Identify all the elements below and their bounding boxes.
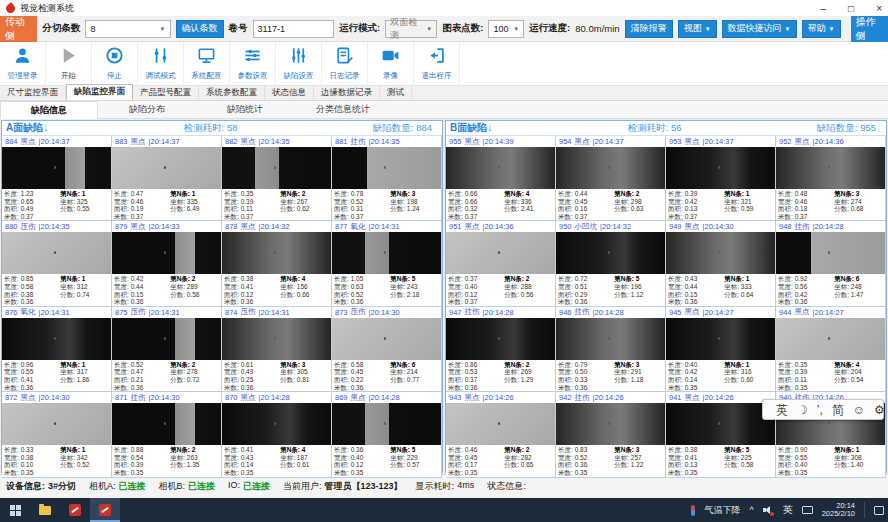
- defect-image[interactable]: [556, 232, 665, 274]
- defect-cell[interactable]: 872 黑点 |20:14:30 长度: 0.33 宽度: 0.38 面积: 0…: [2, 392, 112, 477]
- ribbon-sysconfig-button[interactable]: 系统配置: [184, 42, 230, 85]
- defect-cell[interactable]: 953 黑点 |20:14:37 长度: 0.39 宽度: 0.42 面积: 0…: [666, 136, 776, 221]
- defect-image[interactable]: [222, 403, 331, 445]
- defect-cell[interactable]: 874 压伤 |20:14:31 长度: 0.61 宽度: 0.49 面积: 0…: [222, 307, 332, 392]
- defect-image[interactable]: [556, 318, 665, 360]
- tab-test[interactable]: 测试: [380, 86, 412, 100]
- drive-side-button[interactable]: 传动侧: [0, 16, 37, 42]
- defect-cell[interactable]: 870 黑点 |20:14:28 长度: 0.41 宽度: 0.43 面积: 0…: [222, 392, 332, 477]
- tab-system-params[interactable]: 系统参数配置: [199, 86, 265, 100]
- close-button[interactable]: ×: [876, 3, 882, 14]
- tab-size-monitor[interactable]: 尺寸监控界面: [0, 86, 66, 100]
- defect-cell[interactable]: 946 挂伤 |20:14:28 长度: 0.79 宽度: 0.50 面积: 0…: [556, 307, 666, 392]
- language-indicator[interactable]: 英: [783, 503, 793, 517]
- defect-image[interactable]: [446, 318, 555, 360]
- defect-cell[interactable]: 882 黑点 |20:14:35 长度: 0.35 宽度: 0.39 面积: 0…: [222, 136, 332, 221]
- data-access-menu-button[interactable]: 数据快捷访问▼: [722, 20, 797, 38]
- tab-product-config[interactable]: 产品型号配置: [133, 86, 199, 100]
- defect-image[interactable]: [446, 403, 555, 445]
- ribbon-defectset-button[interactable]: 缺陷设置: [276, 42, 322, 85]
- taskbar-app-button[interactable]: [60, 498, 90, 522]
- confirm-count-button[interactable]: 确认条数: [176, 20, 224, 38]
- help-menu-button[interactable]: 帮助▼: [802, 20, 841, 38]
- defect-image[interactable]: [332, 147, 441, 189]
- clock[interactable]: 20:14 2025/2/10: [822, 502, 855, 519]
- view-menu-button[interactable]: 视图▼: [678, 20, 717, 38]
- defect-image[interactable]: [666, 318, 775, 360]
- defect-image[interactable]: [556, 147, 665, 189]
- minimize-button[interactable]: –: [821, 3, 827, 14]
- slit-count-select[interactable]: 8▼: [85, 20, 170, 38]
- ime-moon-icon[interactable]: ☽: [797, 404, 808, 416]
- defect-image[interactable]: [2, 232, 111, 274]
- defect-cell[interactable]: 948 挂伤 |20:14:28 长度: 0.92 宽度: 0.56 面积: 0…: [776, 221, 886, 306]
- defect-cell[interactable]: 954 黑点 |20:14:37 长度: 0.44 宽度: 0.45 面积: 0…: [556, 136, 666, 221]
- defect-image[interactable]: [666, 403, 775, 445]
- action-center-icon[interactable]: [874, 506, 884, 515]
- defect-cell[interactable]: 873 压伤 |20:14:30 长度: 0.58 宽度: 0.45 面积: 0…: [332, 307, 442, 392]
- defect-cell[interactable]: 879 黑点 |20:14:33 长度: 0.42 宽度: 0.44 面积: 0…: [112, 221, 222, 306]
- defect-cell[interactable]: 949 黑点 |20:14:30 长度: 0.43 宽度: 0.44 面积: 0…: [666, 221, 776, 306]
- tab-edge-record[interactable]: 边缘数据记录: [314, 86, 380, 100]
- ribbon-params-button[interactable]: 参数设置: [230, 42, 276, 85]
- defect-image[interactable]: [222, 318, 331, 360]
- chart-points-select[interactable]: 100▼: [488, 20, 524, 38]
- defect-image[interactable]: [112, 232, 221, 274]
- ribbon-log-button[interactable]: 日志记录: [322, 42, 368, 85]
- roll-number-input[interactable]: 3117-1: [253, 20, 334, 38]
- defect-cell[interactable]: 945 黑点 |20:14:27 长度: 0.40 宽度: 0.42 面积: 0…: [666, 307, 776, 392]
- defect-image[interactable]: [776, 147, 885, 189]
- defect-cell[interactable]: 950 小凹坑 |20:14:32 长度: 0.72 宽度: 0.51 面积: …: [556, 221, 666, 306]
- defect-cell[interactable]: 877 氧化 |20:14:31 长度: 1.05 宽度: 0.63 面积: 0…: [332, 221, 442, 306]
- ribbon-debug-button[interactable]: 调试模式: [138, 42, 184, 85]
- ime-simplified-mode[interactable]: 简: [832, 404, 844, 416]
- defect-image[interactable]: [2, 403, 111, 445]
- defect-cell[interactable]: 951 黑点 |20:14:36 长度: 0.37 宽度: 0.40 面积: 0…: [446, 221, 556, 306]
- ime-punctuation-icon[interactable]: ’,: [817, 404, 823, 416]
- ime-smiley-icon[interactable]: ☺: [853, 404, 865, 416]
- defect-image[interactable]: [2, 318, 111, 360]
- tab-status-info[interactable]: 状态信息: [265, 86, 314, 100]
- tray-chevron-icon[interactable]: ^: [749, 505, 753, 515]
- ribbon-exit-button[interactable]: 退出程序: [414, 42, 460, 85]
- defect-cell[interactable]: 875 压伤 |20:14:31 长度: 0.52 宽度: 0.47 面积: 0…: [112, 307, 222, 392]
- subtab-defect-dist[interactable]: 缺陷分布: [98, 101, 196, 118]
- defect-image[interactable]: [556, 403, 665, 445]
- subtab-defect-stats[interactable]: 缺陷统计: [196, 101, 294, 118]
- keyboard-icon[interactable]: [802, 506, 813, 514]
- defect-cell[interactable]: 883 黑点 |20:14:37 长度: 0.47 宽度: 0.46 面积: 0…: [112, 136, 222, 221]
- defect-image[interactable]: [332, 232, 441, 274]
- ribbon-login-button[interactable]: 管理登录: [0, 42, 46, 85]
- defect-cell[interactable]: 942 挂伤 |20:14:26 长度: 0.83 宽度: 0.52 面积: 0…: [556, 392, 666, 477]
- start-button[interactable]: [0, 498, 30, 522]
- run-mode-select[interactable]: 双面检测▼: [385, 20, 437, 38]
- maximize-button[interactable]: □: [848, 3, 854, 14]
- defect-image[interactable]: [222, 147, 331, 189]
- defect-image[interactable]: [222, 232, 331, 274]
- ime-english-mode[interactable]: 英: [776, 404, 788, 416]
- defect-image[interactable]: [332, 318, 441, 360]
- defect-image[interactable]: [112, 318, 221, 360]
- defect-image[interactable]: [112, 147, 221, 189]
- defect-image[interactable]: [776, 318, 885, 360]
- speaker-icon[interactable]: [763, 505, 774, 515]
- defect-cell[interactable]: 881 挂伤 |20:14:35 长度: 0.78 宽度: 0.52 面积: 0…: [332, 136, 442, 221]
- ribbon-record-button[interactable]: 录像: [368, 42, 414, 85]
- defect-cell[interactable]: 878 黑点 |20:14:32 长度: 0.38 宽度: 0.41 面积: 0…: [222, 221, 332, 306]
- defect-cell[interactable]: 871 挂伤 |20:14:30 长度: 0.88 宽度: 0.54 面积: 0…: [112, 392, 222, 477]
- file-explorer-button[interactable]: [30, 498, 60, 522]
- operator-side-button[interactable]: 操作侧: [851, 16, 888, 42]
- ime-settings-icon[interactable]: ⚙: [874, 404, 885, 416]
- defect-cell[interactable]: 947 挂伤 |20:14:28 长度: 0.86 宽度: 0.53 面积: 0…: [446, 307, 556, 392]
- defect-image[interactable]: [666, 147, 775, 189]
- defect-image[interactable]: [2, 147, 111, 189]
- taskbar-active-app-button[interactable]: [90, 498, 120, 522]
- defect-image[interactable]: [666, 232, 775, 274]
- defect-cell[interactable]: 943 黑点 |20:14:26 长度: 0.46 宽度: 0.45 面积: 0…: [446, 392, 556, 477]
- defect-cell[interactable]: 876 氧化 |20:14:31 长度: 0.96 宽度: 0.55 面积: 0…: [2, 307, 112, 392]
- defect-image[interactable]: [446, 147, 555, 189]
- subtab-class-stats[interactable]: 分类信息统计: [294, 101, 392, 118]
- defect-image[interactable]: [776, 232, 885, 274]
- defect-cell[interactable]: 955 黑点 |20:14:39 长度: 0.66 宽度: 0.66 面积: 0…: [446, 136, 556, 221]
- defect-image[interactable]: [332, 403, 441, 445]
